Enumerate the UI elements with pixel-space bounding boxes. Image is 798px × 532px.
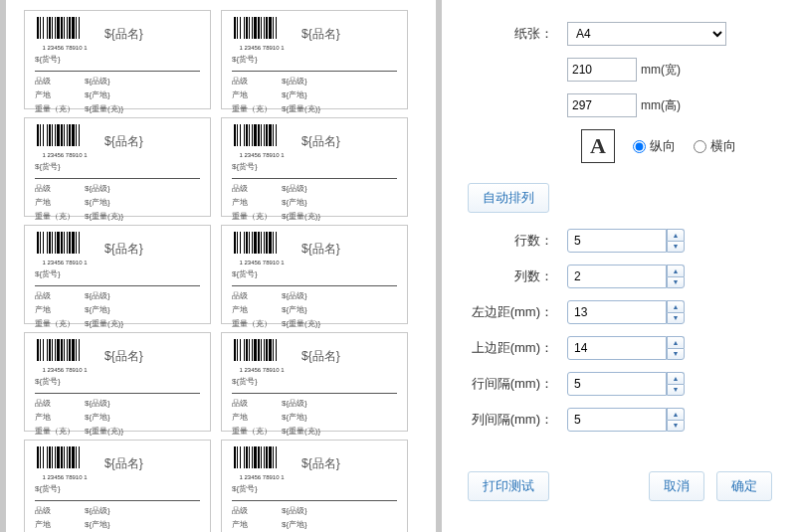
field-value: ${重量(克)} <box>85 318 123 329</box>
paper-height-input[interactable] <box>567 93 637 117</box>
field-value: ${品级} <box>282 183 307 194</box>
rows-input[interactable] <box>567 229 667 253</box>
svg-rect-113 <box>258 339 260 361</box>
ok-button[interactable]: 确定 <box>716 471 772 501</box>
settings-pane: 纸张： A4 mm(宽) mm(高) A 纵向 横向 <box>442 0 798 532</box>
svg-rect-95 <box>52 339 53 361</box>
svg-rect-98 <box>61 339 63 361</box>
field-label: 重量（克） <box>35 103 85 114</box>
print-test-button[interactable]: 打印测试 <box>468 471 549 501</box>
svg-rect-14 <box>79 17 80 39</box>
svg-rect-60 <box>37 232 39 254</box>
col-gap-spin-up[interactable]: ▲ <box>667 408 685 420</box>
svg-rect-87 <box>269 232 272 254</box>
barcode-icon <box>232 446 292 474</box>
barcode-number: 1 23456 78910 1 <box>35 260 95 266</box>
svg-rect-112 <box>254 339 257 361</box>
landscape-radio[interactable]: 横向 <box>694 137 736 155</box>
svg-rect-131 <box>69 446 71 468</box>
row-gap-spin-up[interactable]: ▲ <box>667 372 685 384</box>
auto-arrange-button[interactable]: 自动排列 <box>468 183 549 213</box>
svg-rect-148 <box>273 446 274 468</box>
svg-rect-24 <box>261 17 262 39</box>
paper-width-input[interactable] <box>567 58 637 82</box>
svg-rect-20 <box>249 17 250 39</box>
cols-spin-up[interactable]: ▲ <box>667 265 685 276</box>
field-label: 重量（克） <box>232 103 282 114</box>
portrait-radio[interactable]: 纵向 <box>633 137 676 155</box>
svg-rect-101 <box>69 339 71 361</box>
product-name: ${品名} <box>104 348 143 365</box>
svg-rect-67 <box>57 232 60 254</box>
svg-rect-16 <box>237 17 238 39</box>
product-name: ${品名} <box>104 241 143 258</box>
svg-rect-78 <box>244 232 245 254</box>
top-margin-spin-up[interactable]: ▲ <box>667 336 685 348</box>
top-margin-spin-down[interactable]: ▼ <box>667 348 685 360</box>
svg-rect-23 <box>258 17 260 39</box>
left-margin-spin-down[interactable]: ▼ <box>667 312 685 324</box>
barcode-number: 1 23456 78910 1 <box>232 474 292 480</box>
svg-rect-46 <box>237 124 238 146</box>
row-gap-spin-down[interactable]: ▼ <box>667 384 685 396</box>
svg-rect-38 <box>61 124 63 146</box>
field-label: 品级 <box>35 76 85 87</box>
field-label: 品级 <box>232 183 282 194</box>
svg-rect-9 <box>64 17 65 39</box>
svg-rect-81 <box>252 232 253 254</box>
svg-rect-51 <box>252 124 253 146</box>
svg-rect-133 <box>76 446 77 468</box>
label-card: 1 23456 78910 1 ${品名} ${货号} 品级${品级}产地${产… <box>24 440 211 532</box>
rows-spin-up[interactable]: ▲ <box>667 229 685 241</box>
paper-select[interactable]: A4 <box>567 22 726 46</box>
field-label: 产地 <box>232 519 282 530</box>
svg-rect-36 <box>55 124 56 146</box>
svg-rect-120 <box>37 446 39 468</box>
row-gap-input[interactable] <box>567 372 667 396</box>
col-gap-input[interactable] <box>567 408 667 432</box>
field-label: 产地 <box>35 304 85 315</box>
field-value: ${品级} <box>85 183 110 194</box>
svg-rect-125 <box>52 446 53 468</box>
rows-spin-down[interactable]: ▼ <box>667 241 685 253</box>
field-label: 产地 <box>232 197 282 208</box>
product-name: ${品名} <box>301 241 340 258</box>
svg-rect-94 <box>49 339 51 361</box>
svg-rect-0 <box>37 17 39 39</box>
svg-rect-2 <box>43 17 44 39</box>
label-card: 1 23456 78910 1 ${品名} ${货号} 品级${品级}产地${产… <box>221 10 408 109</box>
svg-rect-33 <box>47 124 48 146</box>
svg-rect-3 <box>47 17 48 39</box>
col-gap-spin-down[interactable]: ▼ <box>667 420 685 432</box>
svg-rect-145 <box>264 446 265 468</box>
top-margin-input[interactable] <box>567 336 667 360</box>
svg-rect-139 <box>246 446 248 468</box>
svg-rect-42 <box>72 124 75 146</box>
field-value: ${产地} <box>85 197 110 208</box>
label-card: 1 23456 78910 1 ${品名} ${货号} 品级${品级}产地${产… <box>221 332 408 432</box>
barcode-icon <box>232 124 292 152</box>
barcode-icon <box>232 339 292 367</box>
huohao: ${货号} <box>35 376 200 387</box>
cols-spin-down[interactable]: ▼ <box>667 276 685 288</box>
svg-rect-79 <box>246 232 248 254</box>
svg-rect-26 <box>266 17 268 39</box>
svg-rect-124 <box>49 446 51 468</box>
svg-rect-82 <box>254 232 257 254</box>
svg-rect-34 <box>49 124 51 146</box>
huohao: ${货号} <box>35 161 200 172</box>
svg-rect-92 <box>43 339 44 361</box>
svg-rect-73 <box>76 232 77 254</box>
cancel-button[interactable]: 取消 <box>649 471 704 501</box>
field-value: ${产地} <box>282 89 307 100</box>
cols-input[interactable] <box>567 265 667 288</box>
field-label: 品级 <box>35 398 85 409</box>
left-margin-input[interactable] <box>567 300 667 324</box>
field-value: ${重量(克)} <box>282 426 320 437</box>
field-value: ${品级} <box>85 290 110 301</box>
cols-label: 列数： <box>468 267 567 285</box>
svg-rect-111 <box>252 339 253 361</box>
svg-rect-39 <box>64 124 65 146</box>
field-value: ${品级} <box>282 505 307 516</box>
left-margin-spin-up[interactable]: ▲ <box>667 300 685 312</box>
